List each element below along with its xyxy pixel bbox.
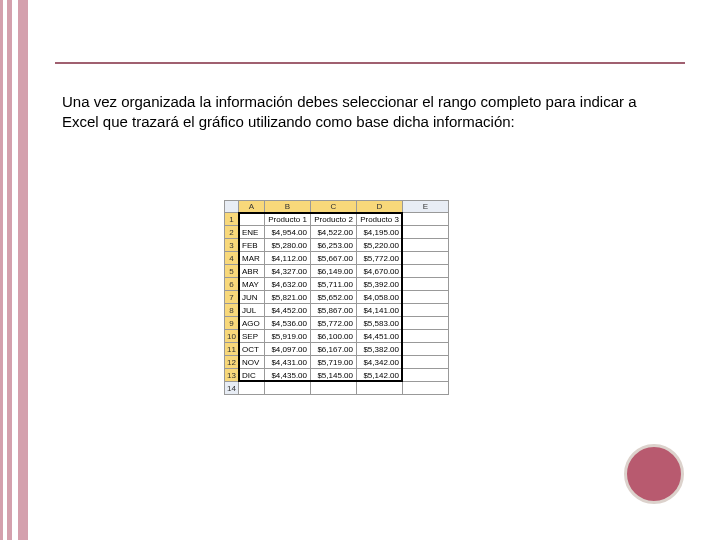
value-cell: $6,100.00: [311, 330, 357, 343]
excel-screenshot: A B C D E 1Producto 1Producto 2Producto …: [224, 200, 449, 395]
value-cell: $4,670.00: [357, 265, 403, 278]
value-cell: $4,452.00: [265, 304, 311, 317]
top-divider: [55, 62, 685, 64]
value-cell: $4,536.00: [265, 317, 311, 330]
month-cell: MAR: [239, 252, 265, 265]
value-cell: $5,772.00: [357, 252, 403, 265]
value-cell: $4,342.00: [357, 356, 403, 369]
col-header-E: E: [403, 201, 449, 213]
cell-empty: [403, 239, 449, 252]
month-cell: NOV: [239, 356, 265, 369]
value-cell: $4,141.00: [357, 304, 403, 317]
cell-empty: [403, 265, 449, 278]
row-header: 3: [225, 239, 239, 252]
value-cell: $4,954.00: [265, 226, 311, 239]
month-cell: JUL: [239, 304, 265, 317]
cell-empty: [403, 252, 449, 265]
value-cell: $6,253.00: [311, 239, 357, 252]
row-header: 5: [225, 265, 239, 278]
value-cell: $5,719.00: [311, 356, 357, 369]
value-cell: $4,112.00: [265, 252, 311, 265]
cell-empty: [403, 291, 449, 304]
month-cell: MAY: [239, 278, 265, 291]
row-header: 2: [225, 226, 239, 239]
excel-table: A B C D E 1Producto 1Producto 2Producto …: [224, 200, 449, 395]
decorative-circle: [624, 444, 684, 504]
cell-empty: [403, 343, 449, 356]
row-header: 10: [225, 330, 239, 343]
row-header: 11: [225, 343, 239, 356]
row-header: 6: [225, 278, 239, 291]
row-header: 12: [225, 356, 239, 369]
value-cell: $4,058.00: [357, 291, 403, 304]
cell-empty: [403, 330, 449, 343]
col-header-A: A: [239, 201, 265, 213]
cell-empty: [403, 317, 449, 330]
cell-empty: [403, 213, 449, 226]
value-cell: $5,145.00: [311, 369, 357, 382]
value-cell: $4,327.00: [265, 265, 311, 278]
value-cell: $5,652.00: [311, 291, 357, 304]
value-cell: $5,711.00: [311, 278, 357, 291]
row-header: 7: [225, 291, 239, 304]
cell-empty: [403, 278, 449, 291]
month-cell: OCT: [239, 343, 265, 356]
value-cell: $4,195.00: [357, 226, 403, 239]
month-cell: ABR: [239, 265, 265, 278]
cell-empty: [265, 382, 311, 395]
left-stripe-decoration: [0, 0, 28, 540]
row-header: 9: [225, 317, 239, 330]
value-cell: $6,149.00: [311, 265, 357, 278]
row-header: 4: [225, 252, 239, 265]
cell-empty: [311, 382, 357, 395]
cell-empty: [357, 382, 403, 395]
month-cell: AGO: [239, 317, 265, 330]
value-cell: $5,667.00: [311, 252, 357, 265]
value-cell: $4,632.00: [265, 278, 311, 291]
cell-empty: [403, 304, 449, 317]
value-cell: $4,522.00: [311, 226, 357, 239]
value-cell: $5,280.00: [265, 239, 311, 252]
value-cell: $5,821.00: [265, 291, 311, 304]
month-cell: FEB: [239, 239, 265, 252]
corner-cell: [225, 201, 239, 213]
value-cell: $5,583.00: [357, 317, 403, 330]
row-header: 8: [225, 304, 239, 317]
col-header-C: C: [311, 201, 357, 213]
row-header: 13: [225, 369, 239, 382]
instruction-text: Una vez organizada la información debes …: [62, 92, 662, 133]
month-cell: DIC: [239, 369, 265, 382]
value-cell: $5,220.00: [357, 239, 403, 252]
month-cell: JUN: [239, 291, 265, 304]
value-cell: $4,451.00: [357, 330, 403, 343]
value-cell: $5,867.00: [311, 304, 357, 317]
col-header-B: B: [265, 201, 311, 213]
cell-empty: [403, 369, 449, 382]
value-cell: $5,919.00: [265, 330, 311, 343]
cell-empty: [403, 382, 449, 395]
row-header: 1: [225, 213, 239, 226]
value-cell: $6,167.00: [311, 343, 357, 356]
col-header-D: D: [357, 201, 403, 213]
value-cell: $4,097.00: [265, 343, 311, 356]
value-cell: $5,772.00: [311, 317, 357, 330]
cell-empty: [403, 356, 449, 369]
row-header: 14: [225, 382, 239, 395]
cell-empty: [239, 382, 265, 395]
product-header: Producto 3: [357, 213, 403, 226]
value-cell: $4,431.00: [265, 356, 311, 369]
cell: [239, 213, 265, 226]
product-header: Producto 2: [311, 213, 357, 226]
cell-empty: [403, 226, 449, 239]
value-cell: $5,382.00: [357, 343, 403, 356]
month-cell: SEP: [239, 330, 265, 343]
month-cell: ENE: [239, 226, 265, 239]
value-cell: $5,142.00: [357, 369, 403, 382]
product-header: Producto 1: [265, 213, 311, 226]
value-cell: $4,435.00: [265, 369, 311, 382]
value-cell: $5,392.00: [357, 278, 403, 291]
